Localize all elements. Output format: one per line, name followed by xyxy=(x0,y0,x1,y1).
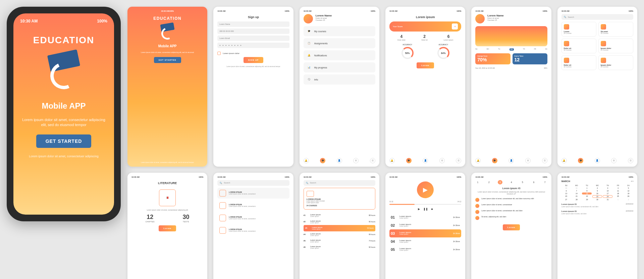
nav-home-icon[interactable]: 🎓 xyxy=(406,158,412,163)
progress-slider[interactable] xyxy=(389,204,461,205)
day-button[interactable]: 2 xyxy=(487,180,491,184)
checkbox-icon[interactable] xyxy=(217,52,221,55)
menu-my-progress[interactable]: 📊My progress xyxy=(304,62,375,72)
task-item[interactable]: Lorem ipsum 0122/03/2019 Lorem ipsum dol… xyxy=(561,203,633,208)
rank-row[interactable]: #2Lorem ipsumLorem ipsum95 hours xyxy=(304,219,375,225)
search-input[interactable]: 🔍Search xyxy=(217,180,289,186)
rank-row-active[interactable]: #3Lorem ipsumLorem ipsum53 hours xyxy=(304,225,375,231)
bottom-nav: 🔔 🎓 👤 ⚙ ☰ xyxy=(561,156,633,163)
nav-profile-icon[interactable]: 👤 xyxy=(337,158,342,163)
nav-profile-icon[interactable]: 👤 xyxy=(508,158,514,163)
nav-bell-icon[interactable]: 🔔 xyxy=(389,158,395,163)
status-bar: 10:30 AM100% xyxy=(475,10,547,12)
menu-info[interactable]: ⓘInfo xyxy=(304,74,375,85)
briefcase-icon xyxy=(219,215,226,221)
nav-home-icon[interactable]: 🎓 xyxy=(320,158,325,163)
bell-icon: 🔔 xyxy=(307,53,312,58)
nav-settings-icon[interactable]: ⚙ xyxy=(353,158,359,163)
day-button[interactable]: 6 xyxy=(531,180,536,184)
category-card[interactable]: Ipsum dolor24 Courses xyxy=(598,39,633,53)
literature-desc: Lorem ipsum dolor sit amet, consectetuer… xyxy=(131,209,203,211)
status-bar: 10:30 AM100% xyxy=(304,176,375,178)
day-button[interactable]: 4 xyxy=(509,180,514,184)
avatar[interactable] xyxy=(475,14,485,23)
week-selector: 1 2 3 4 5 6 7 xyxy=(475,180,547,184)
nav-settings-icon[interactable]: ⚙ xyxy=(525,158,531,163)
nav-menu-icon[interactable]: ☰ xyxy=(628,158,633,163)
calendar-grid: SUMOTUWETHFRSA 303112345 6789101112 1314… xyxy=(561,184,633,201)
stat-cards: Average Score70% Exams Taken12 xyxy=(475,53,547,64)
category-icon xyxy=(564,58,569,63)
lessons-screen: 10:30 AM100% ▶ 01:3204:12 ▶❚❚■ 01Lorem i… xyxy=(385,173,465,279)
phone-input[interactable]: 380 00 00 00 000 xyxy=(217,29,289,34)
get-started-button[interactable]: GET STARTED xyxy=(36,134,92,148)
rank-row[interactable]: #1Lorem ipsumLorem ipsum88 hours xyxy=(304,212,375,219)
category-card[interactable]: Dolor sit32 Courses xyxy=(561,55,596,70)
nav-bell-icon[interactable]: 🔔 xyxy=(304,158,309,163)
get-started-button[interactable]: GET STARTED xyxy=(154,57,181,63)
rank-row[interactable]: #4Lorem ipsumLorem ipsum99 hours xyxy=(304,231,375,238)
nav-menu-icon[interactable]: ☰ xyxy=(542,158,547,163)
lesson-row[interactable]: 02Lorem ipsumLorem ipsum2h 30min xyxy=(389,221,461,229)
nav-profile-icon[interactable]: 👤 xyxy=(423,158,428,163)
search-input[interactable]: 🔍Search xyxy=(304,180,375,186)
score-button[interactable]: Lorem xyxy=(417,62,434,68)
nav-settings-icon[interactable]: ⚙ xyxy=(439,158,445,163)
name-input[interactable]: Lorem Name xyxy=(217,21,289,27)
nav-profile-icon[interactable]: 👤 xyxy=(595,158,600,163)
day-button[interactable]: 5 xyxy=(520,180,525,184)
nav-settings-icon[interactable]: ⚙ xyxy=(611,158,616,163)
prev-month-icon[interactable]: ‹ xyxy=(631,180,632,182)
subject-item[interactable]: LOREM IPSUMLorem ipsum dolor sit amet, c… xyxy=(217,200,289,211)
menu-notifications[interactable]: 🔔Notifications xyxy=(304,50,375,60)
day-button-active[interactable]: 3 xyxy=(498,180,502,184)
subject-item[interactable]: LOREM IPSUMLorem ipsum dolor sit amet, c… xyxy=(217,213,289,223)
bar-chart-icon: 📊 xyxy=(307,65,312,70)
browse-screen: 10:30 AM100% 🔍Search Lorem24 Courses Sit… xyxy=(557,7,637,167)
literature-button[interactable]: Lorem xyxy=(159,225,176,231)
nav-home-icon[interactable]: 🎓 xyxy=(492,158,497,163)
play-button[interactable]: ▶ xyxy=(417,181,434,198)
password-input[interactable]: ● ● ● ● ● ● ● ● xyxy=(217,43,289,48)
category-card[interactable]: Sit amet32 Courses xyxy=(598,22,633,37)
event-row[interactable]: Lorem ipsum dolor sit amet, consectetuer… xyxy=(475,210,547,214)
leaderboard-screen: 10:30 AM100% 🔍Search LOREM IPSUM Lorem i… xyxy=(300,173,379,279)
day-button[interactable]: 1 xyxy=(475,180,480,184)
subject-item[interactable]: LOREM IPSUMLorem ipsum dolor sit amet, c… xyxy=(217,188,289,199)
lesson-row-active[interactable]: 03Lorem ipsumLorem ipsum2h 30min xyxy=(389,229,461,237)
nav-bell-icon[interactable]: 🔔 xyxy=(561,158,567,163)
subject-item[interactable]: LOREM IPSUMLorem ipsum dolor sit amet, c… xyxy=(217,225,289,236)
detail-desc: Lorem ipsum dolor sit amet, consectetuer… xyxy=(475,191,547,195)
next-month-icon[interactable]: › xyxy=(633,180,633,182)
lesson-row[interactable]: 05Lorem ipsumLorem ipsum2h 30min xyxy=(389,245,461,254)
lesson-row[interactable]: 04Lorem ipsumLorem ipsum2h 30min xyxy=(389,237,461,245)
day-button[interactable]: 7 xyxy=(543,180,547,184)
lesson-row[interactable]: 01Lorem ipsumLorem ipsum2h 30min xyxy=(389,213,461,221)
event-row[interactable]: Lorem ipsum dolor sit amet, consectetuer… xyxy=(475,198,547,202)
rank-row[interactable]: #6Lorem ipsumLorem ipsum90 hours xyxy=(304,244,375,250)
category-card[interactable]: Dolor sit32 Courses xyxy=(561,39,596,53)
detail-button[interactable]: Lorem xyxy=(503,224,520,230)
avatar[interactable] xyxy=(304,14,313,23)
search-input[interactable]: 🔍Search xyxy=(561,14,633,20)
category-card[interactable]: Ipsum dolor24 Courses xyxy=(598,55,633,70)
category-card[interactable]: Lorem24 Courses xyxy=(561,22,596,37)
nav-menu-icon[interactable]: ☰ xyxy=(456,158,461,163)
nav-menu-icon[interactable]: ☰ xyxy=(370,158,375,163)
email-input[interactable]: Lorem Email xyxy=(217,36,289,41)
nav-bell-icon[interactable]: 🔔 xyxy=(475,158,481,163)
event-row[interactable]: Lorem ipsum dolor sit amet, consectetuer xyxy=(475,204,547,208)
task-item[interactable]: Lorem ipsum 0122/03/2019 Lorem ipsum dol… xyxy=(561,210,633,215)
nav-home-icon[interactable]: 🎓 xyxy=(578,158,583,163)
bottom-nav: 🔔 🎓 👤 ⚙ ☰ xyxy=(475,156,547,163)
menu-my-courses[interactable]: 🎓My courses xyxy=(304,26,375,36)
pause-icon[interactable]: ❚❚ xyxy=(423,208,428,211)
event-row[interactable]: Sit amet, adipiscing elit, sed diam xyxy=(475,216,547,220)
signup-screen: 10:30 AM100% Sign up Lorem Name 380 00 0… xyxy=(213,7,293,167)
menu-assignments[interactable]: 📋Assignments xyxy=(304,38,375,48)
stop-icon[interactable]: ■ xyxy=(431,208,433,211)
signup-button[interactable]: SIGN UP xyxy=(244,57,264,63)
hero-title: EDUCATION xyxy=(33,35,94,46)
play-icon[interactable]: ▶ xyxy=(418,208,420,211)
rank-row[interactable]: #5Lorem ipsumLorem ipsum74 hours xyxy=(304,238,375,244)
